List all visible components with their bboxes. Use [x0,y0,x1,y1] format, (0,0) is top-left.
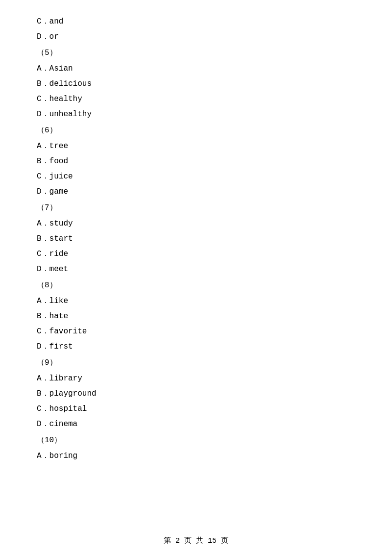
page-footer: 第 2 页 共 15 页 [0,536,392,545]
option-d-cinema: D．cinema [37,417,355,431]
option-c-juice: C．juice [37,170,355,184]
option-b-food: B．food [37,154,355,169]
option-b-start: B．start [37,232,355,246]
page-number: 第 2 页 共 15 页 [164,537,228,545]
option-a-asian: A．Asian [37,62,355,76]
option-a-library: A．library [37,372,355,386]
option-d-first: D．first [37,340,355,354]
option-c-hospital: C．hospital [37,402,355,416]
option-d-meet: D．meet [37,262,355,277]
option-c-ride: C．ride [37,247,355,261]
option-d-game: D．game [37,185,355,199]
question-10: （10） [37,433,355,448]
question-5: （5） [37,46,355,60]
question-9: （9） [37,356,355,370]
question-6: （6） [37,124,355,138]
option-c-favorite: C．favorite [37,325,355,339]
option-b-playground: B．playground [37,387,355,401]
option-d-unhealthy: D．unhealthy [37,107,355,122]
option-d-or: D．or [37,30,355,44]
option-a-study: A．study [37,217,355,231]
option-b-hate: B．hate [37,309,355,324]
question-7: （7） [37,201,355,215]
option-a-boring: A．boring [37,449,355,463]
option-c-and: C．and [37,15,355,29]
question-8: （8） [37,278,355,293]
option-a-like: A．like [37,294,355,308]
option-a-tree: A．tree [37,139,355,153]
option-b-delicious: B．delicious [37,77,355,91]
option-c-healthy: C．healthy [37,92,355,106]
main-content: C．and D．or （5） A．Asian B．delicious C．hea… [0,0,392,494]
